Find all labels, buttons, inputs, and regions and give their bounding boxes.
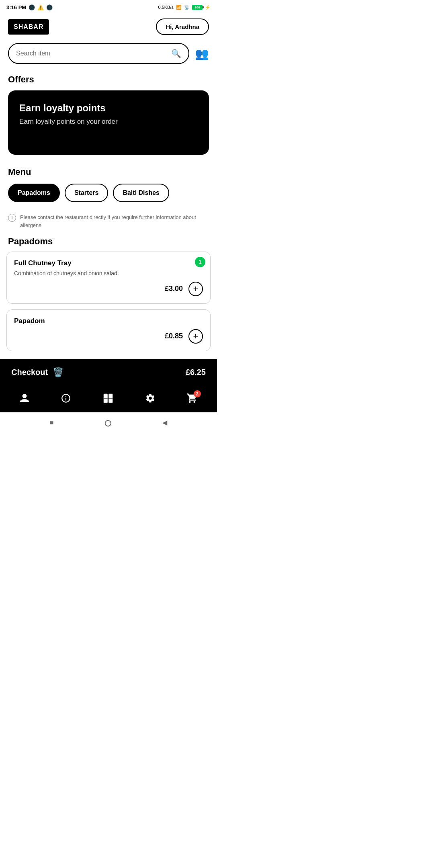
signal-icon: 🌑 (46, 4, 53, 10)
checkout-basket-icon: 🗑️ (53, 367, 63, 378)
status-right: 0.5KB/s 📶 📡 100 ⚡ (158, 5, 211, 10)
signal-bars-icon: 📶 (176, 5, 182, 10)
warning-icon: ⚠️ (37, 4, 44, 10)
nav-item-info[interactable] (61, 393, 71, 406)
battery-icon: 100 (192, 5, 203, 10)
tab-balti-dishes[interactable]: Balti Dishes (113, 184, 169, 202)
android-home-button[interactable] (105, 418, 111, 427)
moon-icon: 🌑 (29, 4, 35, 10)
nav-item-menu[interactable] (102, 392, 114, 407)
bottom-nav: 2 (0, 386, 217, 412)
add-item-button[interactable]: + (188, 329, 203, 344)
checkout-left: Checkout 🗑️ (11, 367, 63, 378)
search-row: 🔍 👥 (0, 39, 217, 68)
info-nav-icon (61, 393, 71, 406)
add-item-button[interactable]: + (188, 282, 203, 296)
android-square-button[interactable] (50, 418, 54, 427)
menu-book-icon (102, 392, 114, 407)
allergen-text: Please contact the restaurant directly i… (20, 213, 209, 229)
android-back-button[interactable] (162, 418, 167, 427)
item-price-row: £0.85 + (14, 329, 203, 344)
checkout-bar[interactable]: Checkout 🗑️ £6.25 (0, 359, 217, 386)
menu-title: Menu (8, 167, 209, 177)
info-icon: i (8, 214, 16, 222)
logo: SHABAR (8, 19, 49, 35)
menu-item-card: Papadom £0.85 + (6, 309, 211, 351)
offers-title: Offers (8, 74, 209, 85)
settings-icon (145, 393, 156, 406)
offer-card[interactable]: Earn loyalty points Earn loyalty points … (8, 90, 209, 155)
item-name: Papadom (14, 317, 203, 325)
charging-icon: ⚡ (205, 5, 211, 10)
offer-card-subtitle: Earn loyalty points on your order (19, 118, 198, 126)
item-description: Combination of chutneys and onion salad. (14, 270, 156, 278)
nav-item-settings[interactable] (145, 393, 156, 406)
tab-papadoms[interactable]: Papadoms (8, 184, 60, 202)
offer-card-title: Earn loyalty points (19, 102, 198, 114)
menu-section: Menu Papadoms Starters Balti Dishes (0, 159, 217, 208)
profile-icon (19, 393, 30, 406)
nav-item-profile[interactable] (19, 393, 30, 406)
nav-item-basket[interactable]: 2 (186, 393, 198, 406)
item-price-row: £3.00 + (14, 282, 203, 296)
item-name: Full Chutney Tray (14, 259, 203, 267)
header: SHABAR Hi, Aradhna (0, 14, 217, 39)
android-nav (0, 412, 217, 432)
greeting-button[interactable]: Hi, Aradhna (156, 18, 209, 35)
wifi-icon: 📡 (184, 5, 190, 10)
status-bar: 3:16 PM 🌑 ⚠️ 🌑 0.5KB/s 📶 📡 100 ⚡ (0, 0, 217, 14)
offers-section: Offers Earn loyalty points Earn loyalty … (0, 68, 217, 159)
checkout-total: £6.25 (186, 368, 206, 377)
category-tabs: Papadoms Starters Balti Dishes (8, 184, 209, 204)
search-icon: 🔍 (171, 49, 181, 58)
table-seating-icon[interactable]: 👥 (195, 47, 209, 60)
allergen-notice: i Please contact the restaurant directly… (0, 208, 217, 235)
category-heading: Papadoms (0, 235, 217, 252)
basket-badge: 2 (194, 390, 201, 397)
time-display: 3:16 PM (6, 4, 26, 10)
menu-item-card: 1 Full Chutney Tray Combination of chutn… (6, 252, 211, 304)
checkout-label: Checkout (11, 368, 48, 377)
item-price: £0.85 (165, 332, 183, 340)
search-container[interactable]: 🔍 (8, 43, 189, 64)
search-input[interactable] (16, 50, 167, 57)
speed-display: 0.5KB/s (158, 5, 174, 10)
tab-starters[interactable]: Starters (65, 184, 108, 202)
status-left: 3:16 PM 🌑 ⚠️ 🌑 (6, 4, 53, 10)
menu-items: 1 Full Chutney Tray Combination of chutn… (0, 252, 217, 351)
item-quantity-badge: 1 (195, 257, 205, 267)
item-price: £3.00 (165, 285, 183, 293)
